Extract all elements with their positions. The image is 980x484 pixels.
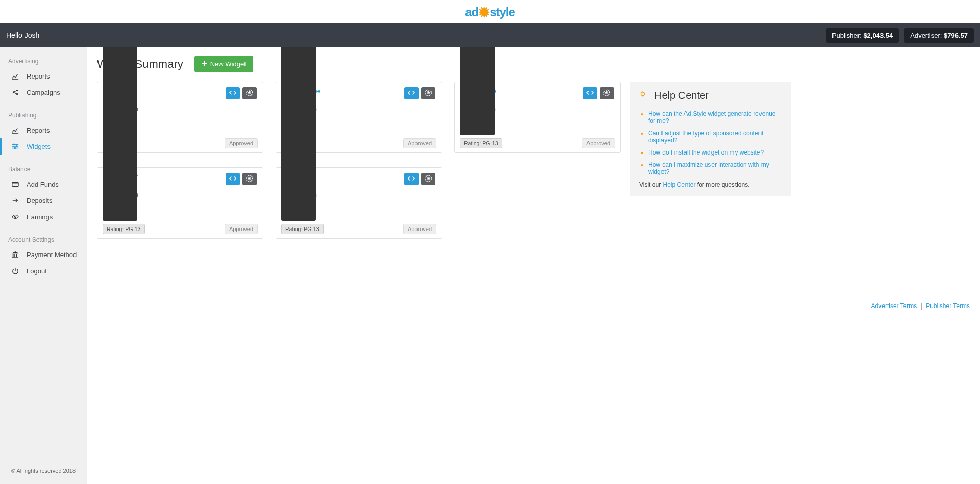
help-links-list: How can the Ad.Style widget generate rev… bbox=[639, 108, 782, 178]
publisher-balance-amount: $2,043.54 bbox=[863, 32, 893, 39]
widget-status-badge: Approved bbox=[403, 224, 436, 234]
widget-grid: Sidebartodayok.comLayout: 1x5Rating: PGA… bbox=[97, 82, 621, 239]
chart-line-icon bbox=[11, 126, 19, 134]
main-content: Widget Summary New Widget Sidebartodayok… bbox=[87, 47, 980, 484]
widget-rating-badge: Rating: PG-13 bbox=[103, 224, 145, 234]
help-link[interactable]: How can the Ad.Style widget generate rev… bbox=[648, 110, 776, 124]
widget-layout-badge: Layout: 2x6 bbox=[103, 47, 137, 221]
widget-rating-badge: Rating: PG-13 bbox=[460, 138, 502, 148]
svg-point-14 bbox=[642, 96, 643, 97]
sidebar-item-campaigns[interactable]: Campaigns bbox=[0, 84, 87, 100]
publisher-balance[interactable]: Publisher: $2,043.54 bbox=[826, 28, 899, 43]
credit-card-icon bbox=[11, 180, 19, 188]
sidebar-item-advertising-reports[interactable]: Reports bbox=[0, 68, 87, 84]
terms-links: Advertiser Terms | Publisher Terms bbox=[871, 302, 970, 310]
sidebar-item-label: Payment Method bbox=[27, 251, 77, 259]
top-bar: ad✹style bbox=[0, 0, 980, 23]
help-center-panel: Help Center How can the Ad.Style widget … bbox=[630, 82, 791, 196]
separator: | bbox=[921, 302, 922, 310]
sidebar-item-label: Add Funds bbox=[27, 181, 59, 188]
sidebar-group-advertising: Advertising bbox=[0, 54, 87, 68]
widget-status-badge: Approved bbox=[582, 138, 615, 148]
sidebar-item-widgets[interactable]: Widgets bbox=[0, 138, 87, 155]
widget-layout-badge: Layout: 4x4 bbox=[281, 47, 316, 221]
svg-point-5 bbox=[14, 147, 16, 149]
help-link[interactable]: How do I install the widget on my websit… bbox=[648, 149, 764, 156]
share-icon bbox=[11, 88, 19, 96]
sidebar-item-logout[interactable]: Logout bbox=[0, 263, 87, 279]
sidebar-item-payment-method[interactable]: Payment Method bbox=[0, 246, 87, 263]
help-link[interactable]: Can I adjust the type of sponsored conte… bbox=[648, 130, 763, 144]
widget-card: Home pagetodayok.comLayout: 4x4Rating: P… bbox=[276, 167, 442, 239]
svg-point-4 bbox=[16, 146, 17, 147]
sidebar-item-publishing-reports[interactable]: Reports bbox=[0, 122, 87, 138]
sidebar-group-publishing: Publishing bbox=[0, 108, 87, 122]
bank-icon bbox=[11, 250, 19, 259]
greeting-bar: Hello Josh Publisher: $2,043.54 Advertis… bbox=[0, 23, 980, 47]
sidebar-item-label: Campaigns bbox=[27, 89, 60, 96]
sidebar-item-label: Widgets bbox=[27, 143, 51, 150]
lightbulb-icon bbox=[639, 91, 649, 101]
help-center-title: Help Center bbox=[654, 90, 709, 101]
svg-point-2 bbox=[16, 93, 18, 95]
widget-card: Left sidebartodayok.comLayout: 2x6Rating… bbox=[97, 167, 263, 239]
chart-line-icon bbox=[11, 72, 19, 80]
advertiser-balance-amount: $796.57 bbox=[944, 32, 968, 39]
sidebar-footer: © All rights reserved 2018 bbox=[0, 468, 87, 474]
svg-point-1 bbox=[16, 90, 18, 92]
advertiser-balance-label: Advertiser: bbox=[910, 32, 942, 39]
publisher-balance-label: Publisher: bbox=[832, 32, 862, 39]
power-icon bbox=[11, 267, 19, 275]
sidebar-item-label: Reports bbox=[27, 72, 50, 80]
sidebar-item-add-funds[interactable]: Add Funds bbox=[0, 176, 87, 192]
eye-icon bbox=[11, 213, 19, 221]
widget-rating-badge: Rating: PG-13 bbox=[281, 224, 324, 234]
arrow-right-icon bbox=[11, 196, 19, 205]
advertiser-terms-link[interactable]: Advertiser Terms bbox=[871, 302, 917, 310]
svg-point-13 bbox=[641, 92, 645, 95]
sliders-icon bbox=[11, 142, 19, 150]
svg-point-3 bbox=[13, 144, 15, 145]
sidebar-item-label: Reports bbox=[27, 126, 50, 134]
widget-layout-badge: Layout: 4x4 bbox=[460, 47, 495, 135]
help-link[interactable]: How can I maximize user interaction with… bbox=[648, 161, 769, 175]
sidebar: Advertising Reports Campaigns Publishing… bbox=[0, 47, 87, 484]
sidebar-item-deposits[interactable]: Deposits bbox=[0, 192, 87, 209]
widget-status-badge: Approved bbox=[225, 224, 258, 234]
help-more-text: Visit our Help Center for more questions… bbox=[639, 181, 782, 188]
sidebar-item-earnings[interactable]: Earnings bbox=[0, 209, 87, 225]
sidebar-item-label: Logout bbox=[27, 267, 47, 275]
logo-text-style: style bbox=[489, 5, 515, 19]
logo-text-ad: ad bbox=[465, 5, 478, 19]
help-center-link[interactable]: Help Center bbox=[663, 181, 695, 188]
logo-dot-icon: ✹ bbox=[478, 4, 489, 21]
sidebar-item-label: Earnings bbox=[27, 213, 53, 221]
advertiser-balance[interactable]: Advertiser: $796.57 bbox=[904, 28, 974, 43]
sidebar-item-label: Deposits bbox=[27, 197, 53, 205]
logo[interactable]: ad✹style bbox=[465, 3, 515, 20]
svg-point-7 bbox=[14, 216, 16, 217]
greeting-text: Hello Josh bbox=[6, 31, 39, 39]
publisher-terms-link[interactable]: Publisher Terms bbox=[926, 302, 970, 310]
sidebar-group-account: Account Settings bbox=[0, 232, 87, 246]
svg-rect-6 bbox=[12, 183, 18, 187]
sidebar-group-balance: Balance bbox=[0, 162, 87, 176]
widget-card: Article pagetodayok.comLayout: 4x4Rating… bbox=[454, 82, 621, 153]
